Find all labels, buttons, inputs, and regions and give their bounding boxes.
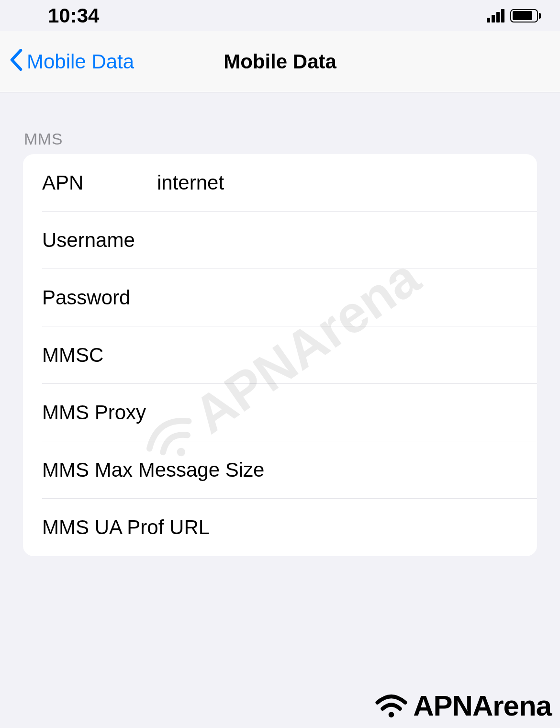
section-header-mms: MMS: [23, 92, 537, 154]
row-mmsc[interactable]: MMSC: [23, 326, 537, 384]
apn-input[interactable]: [157, 171, 518, 194]
row-mms-max-size[interactable]: MMS Max Message Size: [23, 441, 537, 499]
chevron-left-icon: [10, 49, 23, 75]
wifi-icon: [373, 692, 409, 720]
page-title: Mobile Data: [224, 50, 336, 73]
row-label: MMS Proxy: [42, 401, 265, 424]
mmsc-input[interactable]: [157, 344, 518, 367]
row-label: Password: [42, 286, 157, 309]
row-mms-proxy[interactable]: MMS Proxy: [23, 384, 537, 441]
status-time: 10:34: [48, 4, 99, 27]
navigation-bar: Mobile Data Mobile Data: [0, 31, 560, 92]
footer-brand: APNArena: [369, 684, 560, 728]
content-area: MMS APN Username Password MMSC MMS Proxy…: [0, 92, 560, 556]
row-label: APN: [42, 171, 157, 194]
password-input[interactable]: [157, 286, 518, 309]
row-label: MMS UA Prof URL: [42, 516, 265, 539]
back-button[interactable]: Mobile Data: [10, 49, 134, 75]
row-apn[interactable]: APN: [23, 154, 537, 212]
cellular-signal-icon: [487, 9, 504, 22]
row-label: MMSC: [42, 344, 157, 367]
mms-proxy-input[interactable]: [265, 401, 518, 424]
row-mms-ua-prof[interactable]: MMS UA Prof URL: [23, 499, 537, 556]
battery-icon: [510, 9, 541, 22]
username-input[interactable]: [157, 229, 518, 252]
mms-max-size-input[interactable]: [265, 459, 518, 482]
row-label: MMS Max Message Size: [42, 459, 265, 482]
settings-group: APN Username Password MMSC MMS Proxy MMS…: [23, 154, 537, 556]
status-bar: 10:34: [0, 0, 560, 31]
svg-point-1: [389, 712, 394, 717]
mms-ua-prof-input[interactable]: [265, 516, 518, 539]
status-indicators: [487, 9, 541, 22]
footer-brand-text: APNArena: [413, 689, 551, 722]
back-label: Mobile Data: [27, 50, 134, 73]
row-password[interactable]: Password: [23, 269, 537, 326]
row-label: Username: [42, 229, 157, 252]
row-username[interactable]: Username: [23, 212, 537, 269]
